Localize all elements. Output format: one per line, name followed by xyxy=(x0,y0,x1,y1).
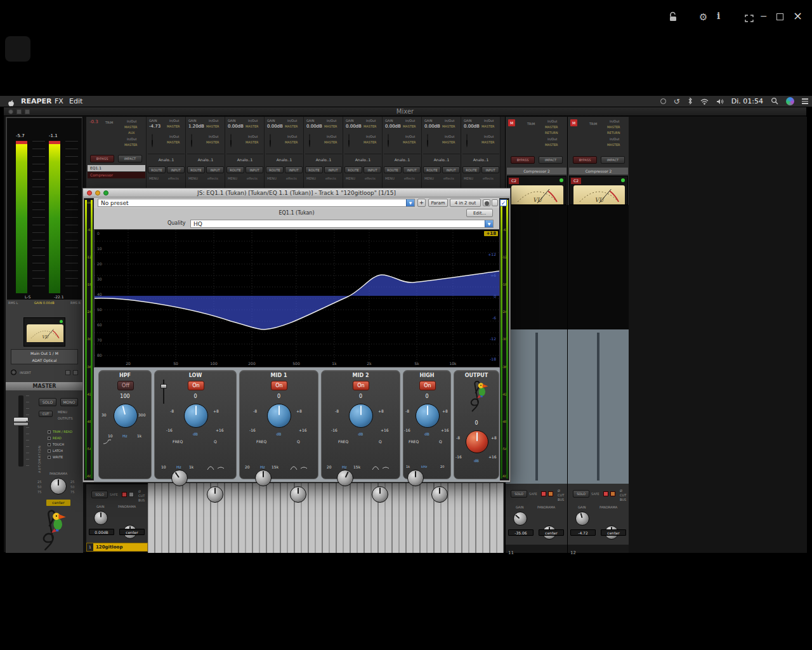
effects-button[interactable]: effects xyxy=(207,176,218,180)
trim-knob[interactable] xyxy=(427,134,428,147)
record-arm-button[interactable] xyxy=(541,491,546,496)
low-shape-slider[interactable] xyxy=(160,380,167,404)
solo-button[interactable]: SOLO xyxy=(573,490,589,498)
plugin-close-button[interactable] xyxy=(87,190,92,196)
bypass-button[interactable]: BYPASS xyxy=(90,155,114,162)
fx-name-bar[interactable]: Compressor 2 xyxy=(569,168,628,175)
master-send-label[interactable]: MASTER xyxy=(481,124,495,128)
info-icon[interactable]: i xyxy=(717,11,720,21)
bluetooth-icon[interactable] xyxy=(688,95,693,107)
master-solo-button[interactable]: SOLO xyxy=(39,398,56,406)
gain-knob[interactable] xyxy=(94,511,108,525)
trim-knob[interactable] xyxy=(388,134,389,147)
io-label[interactable]: In/Out xyxy=(287,119,297,123)
effects-button[interactable]: effects xyxy=(404,176,415,180)
mixer-close-button[interactable] xyxy=(8,109,13,114)
master-send-label-2[interactable]: MASTER xyxy=(403,140,416,144)
compressor-vu-unit[interactable]: C2 xyxy=(507,176,566,205)
io-label[interactable]: In/Out xyxy=(248,119,258,123)
trim-knob[interactable] xyxy=(191,134,192,147)
master-send-label-2[interactable]: MASTER xyxy=(545,143,558,147)
master-send-label[interactable]: MASTER xyxy=(124,125,138,129)
checkbox[interactable] xyxy=(48,456,51,459)
mixer-zoom-button[interactable] xyxy=(25,109,30,114)
high-on-button[interactable]: On xyxy=(419,381,436,390)
low-on-button[interactable]: On xyxy=(188,381,204,390)
ui-toggle-icon[interactable] xyxy=(492,199,498,206)
io-label-2[interactable]: In/Out xyxy=(610,137,619,141)
bypass-button[interactable]: BYPASS xyxy=(573,156,597,164)
menu-button[interactable]: MENU xyxy=(267,176,277,180)
insert-up-button[interactable] xyxy=(65,370,70,375)
menu-button[interactable]: MENU xyxy=(424,176,434,180)
eq-graph[interactable]: 01020304050607080+18+12+60-6-12-18205010… xyxy=(94,229,500,368)
master-insert-vu[interactable] xyxy=(23,317,65,347)
mute-button[interactable]: M xyxy=(570,119,577,126)
master-send-label[interactable]: MASTER xyxy=(285,124,298,128)
input-button[interactable]: INPUT xyxy=(481,166,499,173)
impact-button[interactable]: IMPACT xyxy=(601,156,625,164)
mixer-titlebar[interactable]: Mixer xyxy=(4,107,806,116)
gain-knob[interactable] xyxy=(575,512,589,526)
route-button[interactable]: ROUTE xyxy=(384,166,402,173)
fullscreen-icon[interactable] xyxy=(745,13,754,25)
master-send-label[interactable]: MASTER xyxy=(607,125,620,129)
io-label-2[interactable]: In/Out xyxy=(327,135,336,138)
compressor-vu-unit[interactable]: C2 xyxy=(569,176,628,205)
menu-button[interactable]: MENU xyxy=(149,176,159,180)
master-send-label[interactable]: MASTER xyxy=(167,124,180,128)
channel-strip[interactable]: GAIN 0.00dB In/Out MASTER In/Out MASTER … xyxy=(304,117,343,189)
low-freq-knob[interactable] xyxy=(171,470,188,486)
return-label[interactable]: RETURN xyxy=(545,131,558,135)
chevron-down-icon[interactable]: ▼ xyxy=(485,220,493,227)
bypass-button[interactable]: BYPASS xyxy=(511,156,535,164)
effects-button[interactable]: effects xyxy=(365,176,376,180)
edit-button[interactable]: Edit... xyxy=(466,209,493,217)
fader-slot[interactable] xyxy=(535,333,538,481)
route-button[interactable]: ROUTE xyxy=(305,166,323,173)
mid2-freq-knob[interactable] xyxy=(337,470,353,486)
input-button[interactable]: INPUT xyxy=(403,166,421,173)
close-icon[interactable]: × xyxy=(793,9,802,22)
master-send-label-2[interactable]: MASTER xyxy=(246,140,259,144)
preset-combo[interactable]: No preset▼ xyxy=(98,199,415,207)
io-label-2[interactable]: In/Out xyxy=(209,135,218,138)
channel-strip[interactable]: GAIN 0.00dB In/Out MASTER In/Out MASTER … xyxy=(343,117,383,189)
io-label[interactable]: In/Out xyxy=(610,119,619,123)
strip-fader-zone[interactable] xyxy=(506,329,568,484)
io-label[interactable]: In/Out xyxy=(405,119,415,123)
low-gain-knob[interactable] xyxy=(184,404,208,428)
search-icon[interactable] xyxy=(771,95,778,107)
minimize-icon[interactable]: − xyxy=(760,11,768,21)
bypass-checkbox[interactable]: ✓ xyxy=(500,199,507,206)
monitor-button[interactable] xyxy=(129,492,134,497)
master-send-label-2[interactable]: MASTER xyxy=(363,140,377,144)
track-number-bar[interactable]: 11 xyxy=(506,545,568,553)
menu-button[interactable]: MENU xyxy=(188,176,198,180)
route-button[interactable]: ROUTE xyxy=(187,166,205,173)
mid1-freq-knob[interactable] xyxy=(255,470,272,486)
master-send-label[interactable]: MASTER xyxy=(545,125,558,129)
menu-button[interactable]: MENU xyxy=(346,176,355,180)
fader-slot[interactable] xyxy=(597,333,599,481)
mid1-gain-knob[interactable] xyxy=(267,404,291,428)
io-label-2[interactable]: In/Out xyxy=(169,135,179,138)
plugin-zoom-button[interactable] xyxy=(103,190,108,196)
input-button[interactable]: INPUT xyxy=(363,166,381,173)
route-button[interactable]: ROUTE xyxy=(462,166,480,173)
master-cut-button[interactable]: CUT xyxy=(39,411,53,417)
trim-knob[interactable] xyxy=(348,134,350,147)
preset-add-button[interactable]: + xyxy=(417,199,426,207)
siri-icon[interactable] xyxy=(786,97,794,105)
menubar-app[interactable]: REAPER xyxy=(21,97,52,105)
plugin-minimize-button[interactable] xyxy=(95,190,100,196)
gain-knob[interactable] xyxy=(513,512,527,526)
channel-strip[interactable]: GAIN 1.20dB In/Out MASTER In/Out MASTER … xyxy=(186,117,225,189)
hpf-off-button[interactable]: Off xyxy=(117,381,134,390)
master-send-label[interactable]: MASTER xyxy=(324,124,337,128)
track-number-bar[interactable]: 12 xyxy=(568,545,629,553)
io-button[interactable]: 4 in 2 out xyxy=(450,199,481,207)
high-freq-knob[interactable] xyxy=(407,470,424,486)
checkbox[interactable] xyxy=(48,443,51,446)
fx-slot-eq[interactable]: EQ1.1 xyxy=(88,165,145,171)
